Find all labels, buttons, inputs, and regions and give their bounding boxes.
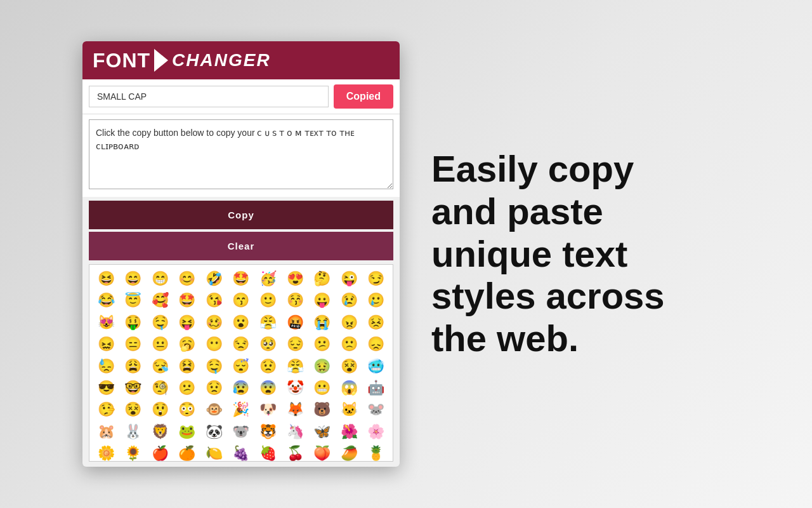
emoji-item[interactable]: 😟: [255, 356, 281, 377]
emoji-item[interactable]: 🌺: [336, 422, 362, 442]
emoji-item[interactable]: 🐯: [255, 422, 281, 442]
emoji-item[interactable]: 😵: [121, 399, 147, 420]
emoji-item[interactable]: 🧐: [147, 378, 173, 398]
emoji-item[interactable]: 🐹: [93, 422, 119, 442]
emoji-item[interactable]: 😓: [93, 356, 119, 377]
emoji-item[interactable]: 🐭: [363, 399, 389, 420]
emoji-item[interactable]: 😜: [336, 269, 362, 289]
emoji-item[interactable]: 🌸: [363, 422, 389, 442]
emoji-item[interactable]: 😂: [93, 290, 119, 311]
emoji-item[interactable]: 🐼: [201, 422, 227, 442]
emoji-item[interactable]: 🤑: [121, 312, 147, 333]
emoji-item[interactable]: 😲: [147, 399, 173, 420]
emoji-item[interactable]: 🤣: [201, 269, 227, 289]
emoji-item[interactable]: 🤬: [282, 312, 308, 333]
emoji-item[interactable]: 😊: [174, 269, 200, 289]
emoji-item[interactable]: 🎉: [228, 399, 254, 420]
emoji-item[interactable]: 🤡: [282, 378, 308, 398]
emoji-item[interactable]: 🤥: [93, 399, 119, 420]
emoji-item[interactable]: 😏: [363, 269, 389, 289]
emoji-item[interactable]: 🥱: [174, 334, 200, 354]
emoji-item[interactable]: 😻: [93, 312, 119, 333]
emoji-item[interactable]: 😬: [309, 378, 335, 398]
emoji-item[interactable]: 🤢: [309, 356, 335, 377]
emoji-item[interactable]: 🙁: [336, 334, 362, 354]
copy-button[interactable]: Copy: [89, 201, 393, 229]
emoji-item[interactable]: 🤩: [228, 269, 254, 289]
emoji-item[interactable]: 😨: [255, 378, 281, 398]
emoji-item[interactable]: 😘: [201, 290, 227, 311]
emoji-item[interactable]: 🤩: [174, 290, 200, 311]
emoji-item[interactable]: 🥳: [255, 269, 281, 289]
emoji-item[interactable]: 😇: [121, 290, 147, 311]
emoji-item[interactable]: 😩: [121, 356, 147, 377]
emoji-item[interactable]: 😑: [121, 334, 147, 354]
emoji-item[interactable]: 🦊: [282, 399, 308, 420]
emoji-item[interactable]: 😤: [282, 356, 308, 377]
emoji-item[interactable]: 😞: [363, 334, 389, 354]
emoji-item[interactable]: 🦄: [282, 422, 308, 442]
emoji-item[interactable]: 😕: [174, 378, 200, 398]
custom-textarea[interactable]: Click the copy button below to copy your…: [89, 119, 393, 189]
emoji-item[interactable]: 😤: [255, 312, 281, 333]
emoji-item[interactable]: 😄: [121, 269, 147, 289]
emoji-item[interactable]: 🐶: [255, 399, 281, 420]
emoji-item[interactable]: 🤖: [363, 378, 389, 398]
emoji-item[interactable]: 😕: [309, 334, 335, 354]
emoji-item[interactable]: 🍊: [174, 443, 200, 462]
clear-button[interactable]: Clear: [89, 232, 393, 260]
emoji-item[interactable]: 😟: [201, 378, 227, 398]
emoji-item[interactable]: 🌼: [93, 443, 119, 462]
emoji-item[interactable]: 😎: [93, 378, 119, 398]
emoji-item[interactable]: 😙: [228, 290, 254, 311]
emoji-item[interactable]: 🍎: [147, 443, 173, 462]
emoji-item[interactable]: 🍒: [282, 443, 308, 462]
emoji-item[interactable]: 🤔: [309, 269, 335, 289]
emoji-item[interactable]: 😮: [228, 312, 254, 333]
emoji-item[interactable]: 😚: [282, 290, 308, 311]
emoji-item[interactable]: 😠: [336, 312, 362, 333]
emoji-item[interactable]: 😣: [363, 312, 389, 333]
emoji-item[interactable]: 🐰: [121, 422, 147, 442]
emoji-item[interactable]: 😝: [174, 312, 200, 333]
emoji-item[interactable]: 🍋: [201, 443, 227, 462]
emoji-item[interactable]: 😰: [228, 378, 254, 398]
emoji-item[interactable]: 😐: [147, 334, 173, 354]
emoji-item[interactable]: 🥲: [363, 290, 389, 311]
emoji-item[interactable]: 😴: [228, 356, 254, 377]
emoji-item[interactable]: 😶: [201, 334, 227, 354]
copied-button[interactable]: Copied: [334, 84, 393, 109]
emoji-item[interactable]: 🥺: [255, 334, 281, 354]
emoji-item[interactable]: 🍍: [363, 443, 389, 462]
emoji-item[interactable]: 🐵: [201, 399, 227, 420]
font-label-input[interactable]: [89, 86, 329, 107]
emoji-item[interactable]: 😵: [336, 356, 362, 377]
emoji-item[interactable]: 🙂: [255, 290, 281, 311]
emoji-item[interactable]: 🦋: [309, 422, 335, 442]
emoji-item[interactable]: 🌻: [121, 443, 147, 462]
emoji-item[interactable]: 🥴: [201, 312, 227, 333]
emoji-item[interactable]: 😖: [93, 334, 119, 354]
emoji-item[interactable]: 🥭: [336, 443, 362, 462]
emoji-item[interactable]: 😁: [147, 269, 173, 289]
emoji-item[interactable]: 🤤: [147, 312, 173, 333]
emoji-item[interactable]: 😫: [174, 356, 200, 377]
emoji-item[interactable]: 🦁: [147, 422, 173, 442]
emoji-item[interactable]: 😳: [174, 399, 200, 420]
emoji-item[interactable]: 🥶: [363, 356, 389, 377]
emoji-item[interactable]: 🐻: [309, 399, 335, 420]
emoji-item[interactable]: 🐨: [228, 422, 254, 442]
emoji-item[interactable]: 😔: [282, 334, 308, 354]
emoji-item[interactable]: 😱: [336, 378, 362, 398]
emoji-item[interactable]: 😛: [309, 290, 335, 311]
emoji-item[interactable]: 😆: [93, 269, 119, 289]
emoji-item[interactable]: 😭: [309, 312, 335, 333]
emoji-item[interactable]: 🤓: [121, 378, 147, 398]
emoji-item[interactable]: 🍑: [309, 443, 335, 462]
emoji-item[interactable]: 😍: [282, 269, 308, 289]
emoji-item[interactable]: 🐸: [174, 422, 200, 442]
emoji-item[interactable]: 🍓: [255, 443, 281, 462]
emoji-item[interactable]: 🍇: [228, 443, 254, 462]
emoji-item[interactable]: 😒: [228, 334, 254, 354]
emoji-item[interactable]: 🐱: [336, 399, 362, 420]
